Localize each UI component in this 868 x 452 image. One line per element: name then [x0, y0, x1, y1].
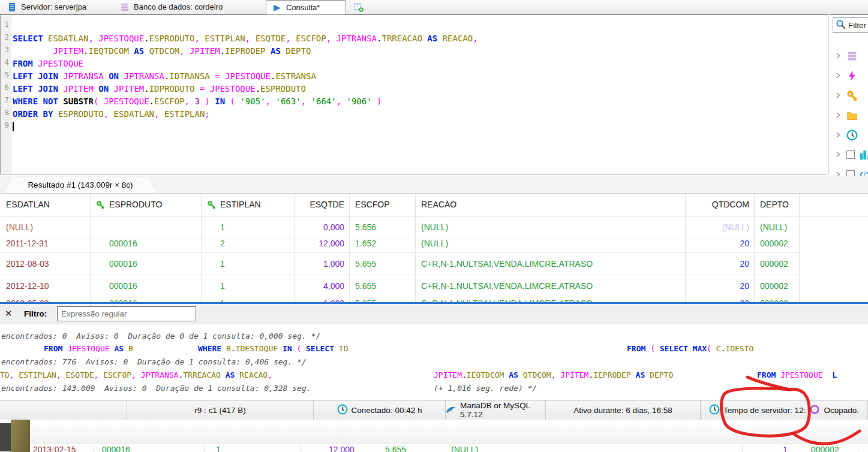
table-cell: 000016 [90, 275, 201, 297]
sql-token: IDESTO [725, 344, 753, 353]
sql-token: . [231, 344, 236, 353]
sql-token: '905' [240, 97, 265, 106]
status-segment-mariadb-or-mysql-5-7-12: MariaDB or MySQL 5.7.12 [446, 400, 546, 420]
column-header-DEPTO[interactable]: DEPTO [754, 194, 799, 216]
table-cell: 2012-08-03 [0, 253, 90, 275]
table-row-content: 2011-12-31000016212,0001.652(NULL)200000… [0, 240, 868, 253]
clipped-row-fragment: 1 [216, 445, 221, 452]
session-tab-new-query[interactable] [348, 0, 367, 14]
helpers-tree-item-key[interactable] [834, 88, 858, 103]
editor-line: LEFT JOIN JPITEM ON JPITEM.IDPRODUTO = J… [13, 83, 306, 95]
sql-token: IEPRODEP [225, 46, 265, 56]
helpers-tree-item-folder[interactable] [834, 108, 858, 122]
column-header-ESQTDE[interactable]: ESQTDE [294, 194, 349, 216]
dolphin-icon [446, 404, 456, 417]
session-tab-label: Servidor: serverjpa [21, 2, 86, 11]
sql-token [13, 46, 53, 56]
table-row[interactable]: 2012-12-1000001614,0005.655C+R,N-1,NULTS… [0, 275, 868, 297]
table-cell: 2 [201, 240, 294, 253]
column-header-QTDCOM[interactable]: QTDCOM [685, 194, 754, 216]
line-number: 8 [1, 108, 9, 117]
column-header-REACAO[interactable]: REACAO [415, 194, 685, 216]
session-tab-Servidor: serverjpa[interactable]: Servidor: serverjpa [1, 0, 113, 14]
status-segment-r9-: r9 : c1 (417 B) [127, 400, 314, 420]
grid-filter-input[interactable] [57, 306, 196, 321]
sql-token: encontrados: 143.009 Avisos: 0 Duração d… [1, 384, 311, 393]
grid-filter-bar: ✕ Filtro: [0, 304, 868, 324]
sql-token: IEPRODEP [593, 370, 631, 379]
sql-token: ESTIPLAN [19, 370, 56, 379]
editor-line: SELECT ESDATLAN, JPESTOQUE.ESPRODUTO, ES… [13, 32, 478, 45]
sql-token [278, 344, 283, 353]
editor-code-area[interactable]: SELECT ESDATLAN, JPESTOQUE.ESPRODUTO, ES… [13, 15, 828, 174]
table-row[interactable]: 2012-08-0300001611,0005.655C+R,N-1,NULTS… [0, 253, 868, 275]
background-window-strip: 2013-02-15000016112,0005.655(NULL)100000… [0, 420, 868, 452]
sql-token: , [88, 34, 93, 43]
table-row[interactable]: (NULL)10,0005.656(NULL)(NULL)(NULL) [0, 216, 868, 239]
line-number: 5 [1, 70, 9, 79]
result-tab-label: Resultado #1 (143.009r × 8c) [28, 180, 133, 189]
sql-token: JPESTOQUE [780, 370, 822, 379]
text-caret [13, 122, 14, 131]
sql-token: AS [427, 34, 437, 43]
table-cell: 000002 [754, 297, 799, 302]
clock-icon [709, 404, 720, 417]
sql-token: WHERE NOT [13, 97, 58, 106]
tree-item-checkbox[interactable] [846, 150, 855, 159]
table-cell: 000002 [754, 275, 799, 297]
chevron-right-icon [834, 111, 842, 119]
background-dark-square [0, 423, 11, 451]
sql-token: = [215, 71, 220, 81]
helpers-tree-item-bar-chart[interactable] [834, 147, 868, 162]
helpers-tree-item-database-stack[interactable] [834, 49, 858, 63]
sql-token: REACAO [443, 34, 473, 43]
sql-token: IEQTDCOM [467, 370, 504, 379]
sql-token [372, 97, 377, 106]
sql-token [210, 97, 215, 106]
column-header-ESCFOP[interactable]: ESCFOP [349, 194, 415, 216]
clipped-row-fragment: 2013-02-15 [33, 445, 76, 452]
table-row[interactable]: 2012-05-2300001611,0005.655C+R,N-1,NULTS… [0, 297, 868, 302]
sql-token [109, 109, 113, 119]
clipped-column-separator [93, 445, 94, 452]
chevron-right-icon [834, 71, 842, 80]
sql-token: . [462, 370, 467, 379]
sql-token: , [551, 370, 556, 379]
table-cell: 20 [685, 275, 754, 297]
sql-token: SELECT [306, 344, 334, 353]
clipped-row-fragment: (NULL) [451, 445, 478, 452]
line-number: 7 [1, 95, 9, 104]
background-photo-fragment [11, 420, 30, 452]
sql-token [33, 59, 38, 68]
sql-token: encontrados: 776 Avisos: 0 Duração de 1 … [1, 357, 307, 366]
table-cell: (NULL) [685, 216, 754, 239]
sql-token: AS [134, 46, 144, 56]
sql-token: IN [215, 97, 225, 106]
clock-icon [337, 404, 348, 417]
table-row[interactable]: 2011-12-31000016212,0001.652(NULL)200000… [0, 240, 868, 253]
column-header-ESDATLAN[interactable]: ESDATLAN [0, 194, 90, 216]
sql-token: JPITEM [560, 370, 588, 379]
session-tab-Consulta*[interactable]: Consulta* [266, 0, 346, 14]
database-icon [120, 2, 130, 12]
sql-token: JPTRANSA [124, 71, 164, 81]
sql-token [776, 370, 780, 379]
close-filter-icon[interactable]: ✕ [5, 308, 13, 319]
sql-token: SELECT [660, 344, 688, 353]
helpers-tree-item-lightning[interactable] [834, 68, 858, 83]
sql-token: ESTRANSA [275, 71, 316, 81]
column-header-ESPRODUTO[interactable]: ESPRODUTO [90, 194, 201, 216]
sql-token: FROM [44, 344, 62, 353]
row-separator [0, 297, 799, 297]
heidisql-window: Servidor: serverjpaBanco de dados: corde… [0, 0, 868, 452]
result-tab[interactable]: Resultado #1 (143.009r × 8c) [5, 177, 156, 193]
sql-query-editor[interactable]: 123456789 SELECT ESDATLAN, JPESTOQUE.ESP… [0, 14, 828, 174]
helpers-filter-box[interactable]: Filter [833, 17, 868, 33]
sql-token: . [588, 370, 593, 379]
sql-token: C [716, 344, 721, 353]
helpers-tree-item-history-clock[interactable] [834, 128, 858, 142]
session-tab-Banco de dados: cordeiro[interactable]: Banco de dados: cordeiro [114, 0, 264, 14]
table-cell: C+R,N-1,NULTSAI,VENDA,LIMCRE,ATRASO [415, 275, 685, 297]
table-cell: 5.656 [349, 216, 415, 239]
result-grid[interactable]: ESDATLANESPRODUTOESTIPLANESQTDEESCFOPREA… [0, 193, 868, 302]
